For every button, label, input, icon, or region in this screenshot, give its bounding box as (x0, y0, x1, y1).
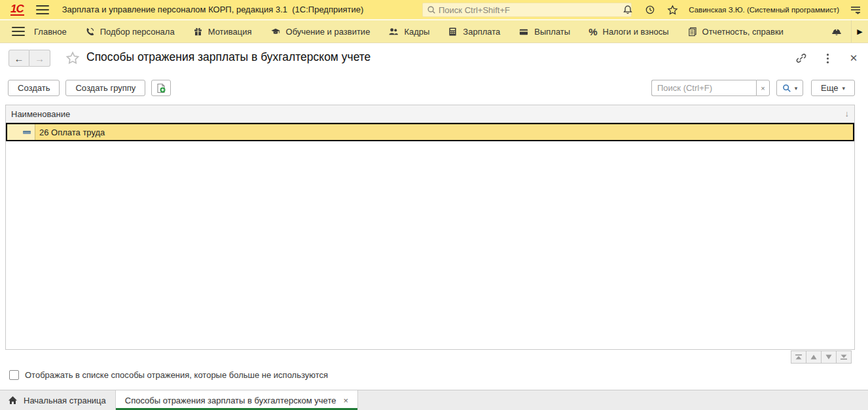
app-title: Зарплата и управление персоналом КОРП, р… (62, 5, 364, 14)
list-search-input[interactable] (651, 80, 756, 96)
more-label: Еще (821, 83, 838, 93)
go-next-icon (825, 354, 833, 360)
phone-icon (85, 27, 95, 37)
section-kadry[interactable]: Кадры (379, 20, 439, 43)
go-last-icon (840, 354, 848, 360)
search-icon (427, 5, 436, 14)
tab-home-page[interactable]: Начальная страница (0, 390, 116, 410)
list-header[interactable]: Наименование ↓ (6, 105, 854, 123)
window-header: ← → Способы отражения зарплаты в бухгалт… (0, 43, 868, 73)
section-label: Налоги и взносы (603, 27, 669, 37)
section-label: Мотивация (208, 27, 252, 37)
show-unused-filter: Отображать в списке способы отражения, к… (9, 370, 328, 380)
sort-descending-icon[interactable]: ↓ (845, 109, 850, 118)
link-icon[interactable] (795, 52, 808, 65)
go-previous-button[interactable] (806, 350, 822, 364)
new-document-plus-button[interactable] (151, 80, 171, 96)
section-nalogi-i-vznosy[interactable]: % Налоги и взносы (579, 20, 678, 43)
tab-label: Начальная страница (24, 396, 106, 405)
global-search-input[interactable] (422, 3, 632, 17)
section-vyplaty[interactable]: Выплаты (509, 20, 579, 43)
caret-down-icon: ▾ (795, 85, 798, 92)
home-icon (8, 396, 18, 405)
section-otchetnost-spravki[interactable]: Отчетность, справки (678, 20, 793, 43)
section-glavnoe[interactable]: Главное (25, 20, 76, 43)
list-toolbar: Создать Создать группу × ▾ Еще ▾ (0, 77, 868, 101)
close-glyph: ✕ (850, 52, 858, 64)
overflow-arrow-icon: ▶ (857, 27, 862, 36)
section-obuchenie-i-razvitie[interactable]: Обучение и развитие (261, 20, 380, 43)
column-header-name[interactable]: Наименование (6, 109, 70, 119)
caret-down-icon: ▾ (842, 85, 845, 92)
graduation-cap-icon (270, 27, 281, 37)
go-next-button[interactable] (821, 350, 837, 364)
section-motivatsiya[interactable]: Мотивация (184, 20, 261, 43)
search-options-button[interactable]: ▾ (776, 80, 803, 96)
go-first-button[interactable] (791, 350, 806, 364)
section-label: Подбор персонала (100, 27, 175, 37)
go-first-icon (795, 354, 803, 360)
tab-label: Способы отражения зарплаты в бухгалтерск… (125, 396, 336, 405)
create-group-button[interactable]: Создать группу (65, 80, 145, 96)
favorites-star-icon[interactable] (666, 4, 678, 16)
section-podbor-personala[interactable]: Подбор персонала (76, 20, 184, 43)
section-okhrana-truda[interactable] (822, 20, 851, 43)
kebab-menu-icon[interactable] (821, 52, 834, 65)
catalog-item-dash-icon (23, 131, 31, 134)
magnifier-icon (782, 84, 791, 93)
create-button[interactable]: Создать (8, 80, 60, 96)
clear-icon: × (761, 84, 765, 92)
current-user[interactable]: Савинская З.Ю. (Системный программист) (689, 6, 839, 14)
percent-icon: % (588, 26, 597, 37)
close-icon[interactable]: ✕ (847, 52, 860, 65)
section-label: Отчетность, справки (702, 27, 784, 37)
section-label: Кадры (404, 27, 429, 37)
section-label: Зарплата (463, 27, 500, 37)
row-tree-cell (7, 124, 35, 140)
title-bar: 1С Зарплата и управление персоналом КОРП… (0, 0, 868, 20)
add-to-favorites-star-icon[interactable] (65, 51, 80, 65)
sections-panel: Главное Подбор персонала Мотивация Обуче… (0, 20, 868, 43)
go-previous-icon (810, 354, 818, 360)
section-label: Обучение и развитие (286, 27, 371, 37)
service-menu-icon[interactable] (850, 4, 861, 16)
table-row[interactable]: 26 Оплата труда (6, 123, 854, 141)
sections-menu-icon[interactable] (12, 27, 25, 36)
new-document-plus-icon (156, 83, 166, 94)
global-search-field[interactable] (439, 5, 631, 15)
main-menu-icon[interactable] (36, 5, 49, 14)
tab-reflection-methods[interactable]: Способы отражения зарплаты в бухгалтерск… (116, 390, 358, 410)
1c-logo: 1С (10, 4, 24, 16)
clear-search-button[interactable]: × (756, 80, 770, 96)
section-zarplata[interactable]: Зарплата (439, 20, 509, 43)
people-icon (388, 27, 399, 37)
back-arrow-icon: ← (14, 53, 24, 64)
section-label: Выплаты (534, 27, 570, 37)
history-clock-icon[interactable] (644, 4, 656, 16)
forward-arrow-icon: → (35, 53, 45, 64)
show-unused-checkbox[interactable] (9, 370, 19, 380)
back-button[interactable]: ← (9, 50, 29, 67)
wallet-icon (518, 27, 529, 37)
calculator-icon (448, 27, 458, 37)
gift-icon (193, 27, 203, 37)
list-navigation (791, 350, 852, 364)
notifications-bell-icon[interactable] (622, 4, 634, 16)
more-button[interactable]: Еще ▾ (811, 80, 855, 96)
row-name: 26 Оплата труда (35, 128, 105, 137)
sections-overflow-button[interactable]: ▶ (851, 20, 868, 43)
go-last-button[interactable] (836, 350, 852, 364)
open-windows-tabbar: Начальная страница Способы отражения зар… (0, 390, 868, 410)
show-unused-label: Отображать в списке способы отражения, к… (25, 370, 328, 380)
hardhat-icon (831, 26, 842, 37)
page-title: Способы отражения зарплаты в бухгалтерск… (86, 50, 371, 64)
tab-close-icon[interactable]: × (343, 396, 348, 405)
documents-icon (687, 27, 697, 37)
forward-button[interactable]: → (29, 50, 50, 67)
reflection-methods-list: Наименование ↓ 26 Оплата труда (5, 105, 855, 350)
section-label: Главное (34, 27, 67, 37)
